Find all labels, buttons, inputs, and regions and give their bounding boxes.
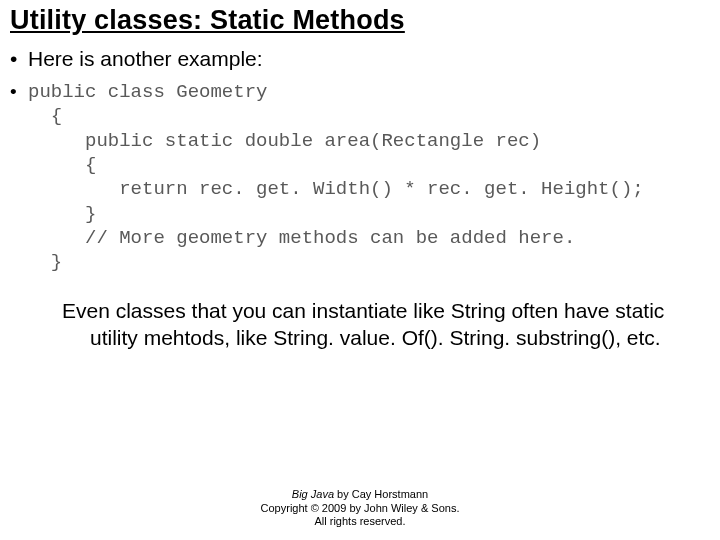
slide: Utility classes: Static Methods Here is … xyxy=(0,0,720,540)
footer-line-1: Big Java by Cay Horstmann xyxy=(0,488,720,501)
footer: Big Java by Cay Horstmann Copyright © 20… xyxy=(0,488,720,528)
footer-line-3: All rights reserved. xyxy=(0,515,720,528)
footer-line-2: Copyright © 2009 by John Wiley & Sons. xyxy=(0,502,720,515)
book-author: by Cay Horstmann xyxy=(334,488,428,500)
paragraph-wrap: Even classes that you can instantiate li… xyxy=(10,298,710,351)
book-title: Big Java xyxy=(292,488,334,500)
paragraph-text: Even classes that you can instantiate li… xyxy=(36,298,684,351)
slide-title: Utility classes: Static Methods xyxy=(10,6,710,36)
code-block: •public class Geometry { public static d… xyxy=(10,80,710,275)
intro-bullet: Here is another example: xyxy=(10,46,710,72)
code-text: public class Geometry { public static do… xyxy=(28,81,644,273)
code-bullet-marker: • xyxy=(10,80,17,104)
